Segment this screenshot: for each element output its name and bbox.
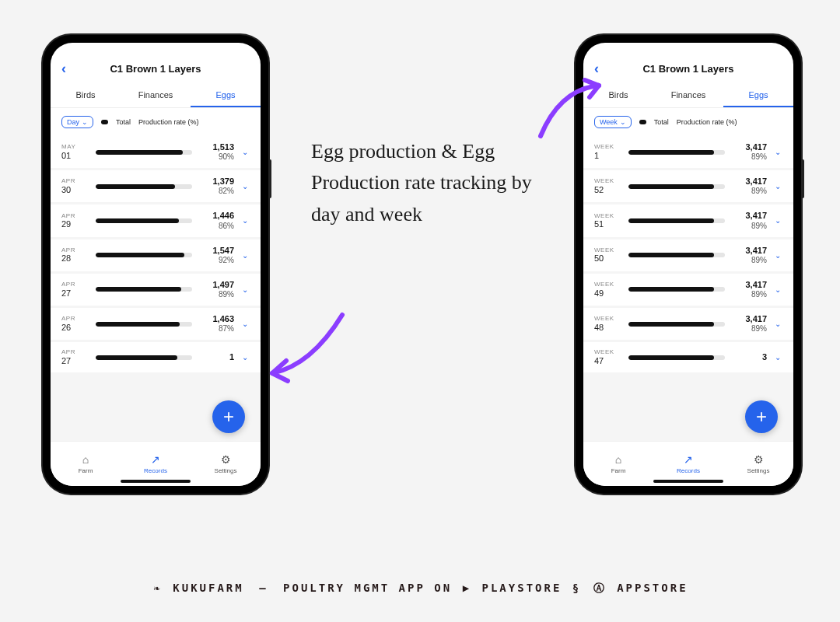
value-column: 1,46387%: [200, 314, 234, 334]
record-row[interactable]: APR271,49789%⌄: [51, 274, 261, 306]
add-record-button[interactable]: +: [212, 400, 245, 433]
tabs: Birds Finances Eggs: [583, 79, 793, 108]
appstore-icon: Ⓐ: [593, 582, 607, 594]
period-label: WEEK50: [594, 246, 621, 264]
tab-finances[interactable]: Finances: [653, 84, 723, 107]
side-button: [268, 159, 271, 198]
nav-settings[interactable]: ⚙Settings: [723, 442, 793, 486]
legend-total-label: Total: [654, 118, 669, 126]
production-bar: [96, 184, 192, 189]
value-column: 1,37982%: [200, 176, 234, 196]
arrow-to-week: [537, 74, 607, 147]
record-row[interactable]: WEEK493,41789%⌄: [583, 274, 793, 306]
period-label: WEEK47: [594, 348, 621, 366]
header: ‹ C1 Brown 1 Layers: [583, 43, 793, 79]
production-bar: [96, 150, 192, 155]
tab-eggs[interactable]: Eggs: [723, 84, 793, 107]
period-label: MAY01: [61, 143, 88, 161]
records-list-day: MAY011,51390%⌄APR301,37982%⌄APR291,44686…: [51, 136, 261, 441]
tabs: Birds Finances Eggs: [51, 79, 261, 108]
tab-eggs[interactable]: Eggs: [191, 84, 261, 107]
legend-total-label: Total: [116, 118, 131, 126]
value-column: 3,41789%: [733, 176, 767, 196]
records-icon: ↗: [151, 453, 160, 466]
screen-week: ‹ C1 Brown 1 Layers Birds Finances Eggs …: [583, 43, 793, 486]
add-record-button[interactable]: +: [745, 400, 778, 433]
production-bar: [96, 287, 192, 292]
record-row[interactable]: APR301,37982%⌄: [51, 170, 261, 202]
legend-rate-label: Production rate (%): [138, 118, 199, 126]
arrow-to-day: [264, 311, 350, 392]
record-row[interactable]: MAY011,51390%⌄: [51, 136, 261, 168]
period-label: APR26: [61, 315, 88, 333]
tab-birds[interactable]: Birds: [51, 84, 121, 107]
value-column: 3: [733, 352, 767, 362]
footer: ❧ KUKUFARM — POULTRY MGMT APP ON ▶ PLAYS…: [0, 582, 840, 596]
settings-icon: ⚙: [754, 453, 764, 466]
record-row[interactable]: APR261,46387%⌄: [51, 308, 261, 340]
filter-row: Day⌄ Total Production rate (%): [51, 108, 261, 136]
production-bar: [628, 355, 725, 360]
back-button[interactable]: ‹: [61, 61, 66, 77]
production-bar: [628, 184, 725, 189]
header: ‹ C1 Brown 1 Layers: [51, 43, 261, 79]
record-row[interactable]: WEEK513,41789%⌄: [583, 204, 793, 236]
record-row[interactable]: APR291,44686%⌄: [51, 204, 261, 236]
chevron-down-icon: ⌄: [775, 148, 782, 156]
settings-icon: ⚙: [221, 453, 231, 466]
period-label: WEEK51: [594, 212, 621, 230]
record-row[interactable]: WEEK473⌄: [583, 342, 793, 372]
record-row[interactable]: APR271⌄: [51, 342, 261, 372]
record-row[interactable]: WEEK483,41789%⌄: [583, 308, 793, 340]
tab-finances[interactable]: Finances: [121, 84, 191, 107]
record-row[interactable]: WEEK503,41789%⌄: [583, 239, 793, 271]
brand-tagline: POULTRY MGMT APP: [283, 582, 425, 594]
records-icon: ↗: [684, 453, 693, 466]
playstore-label: PLAYSTORE: [482, 582, 562, 594]
home-indicator: [121, 480, 191, 483]
phone-mockup-day: ‹ C1 Brown 1 Layers Birds Finances Eggs …: [43, 35, 268, 494]
value-column: 1,49789%: [200, 280, 234, 299]
side-button: [801, 159, 804, 198]
value-column: 1,44686%: [200, 211, 234, 230]
period-label: APR29: [61, 212, 88, 230]
value-column: 1,54792%: [200, 246, 234, 265]
records-list-week: WEEK13,41789%⌄WEEK523,41789%⌄WEEK513,417…: [583, 136, 793, 441]
annotation-text: Egg production & Egg Production rate tra…: [311, 136, 544, 230]
period-label: APR30: [61, 177, 88, 195]
value-column: 3,41789%: [733, 280, 767, 299]
nav-settings[interactable]: ⚙Settings: [191, 442, 261, 486]
production-bar: [96, 355, 192, 360]
production-bar: [628, 218, 725, 223]
production-bar: [96, 253, 192, 257]
period-filter-day[interactable]: Day⌄: [61, 116, 93, 128]
nav-farm[interactable]: ⌂Farm: [51, 442, 121, 486]
brand-name: KUKUFARM: [173, 582, 243, 594]
period-label: WEEK48: [594, 315, 621, 333]
chevron-down-icon: ⌄: [775, 182, 782, 190]
chevron-down-icon: ⌄: [620, 118, 626, 126]
production-bar: [628, 150, 725, 155]
legend-dot-icon: [639, 120, 646, 124]
chevron-down-icon: ⌄: [242, 353, 250, 362]
chevron-down-icon: ⌄: [775, 216, 782, 225]
chevron-down-icon: ⌄: [242, 182, 250, 190]
legend-dot-icon: [101, 120, 108, 124]
chevron-down-icon: ⌄: [242, 148, 250, 156]
production-bar: [96, 322, 192, 327]
page-title: C1 Brown 1 Layers: [110, 63, 201, 75]
record-row[interactable]: WEEK13,41789%⌄: [583, 136, 793, 168]
farm-icon: ⌂: [82, 453, 89, 466]
chevron-down-icon: ⌄: [775, 353, 782, 362]
screen-day: ‹ C1 Brown 1 Layers Birds Finances Eggs …: [51, 43, 261, 486]
value-column: 3,41789%: [733, 246, 767, 265]
record-row[interactable]: APR281,54792%⌄: [51, 239, 261, 271]
period-label: APR27: [61, 281, 88, 299]
phone-mockup-week: ‹ C1 Brown 1 Layers Birds Finances Eggs …: [576, 35, 801, 494]
production-bar: [628, 287, 725, 292]
legend-rate-label: Production rate (%): [677, 118, 737, 126]
nav-farm[interactable]: ⌂Farm: [583, 442, 653, 486]
record-row[interactable]: WEEK523,41789%⌄: [583, 170, 793, 202]
page-title: C1 Brown 1 Layers: [642, 63, 733, 75]
chevron-down-icon: ⌄: [775, 320, 782, 328]
